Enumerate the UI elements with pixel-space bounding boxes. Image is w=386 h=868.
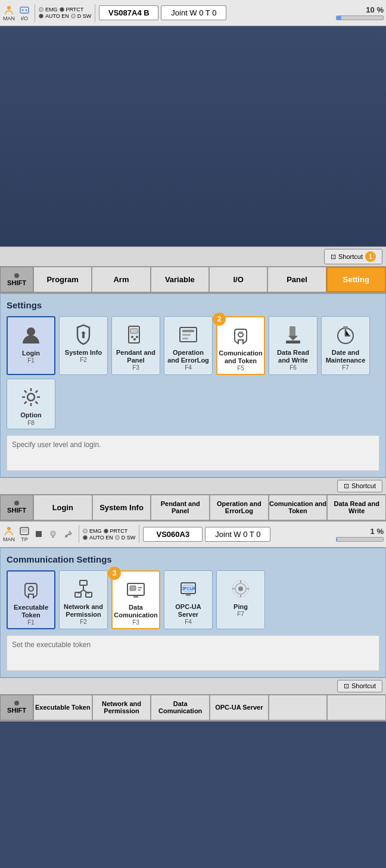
autoen-dot-3: [83, 535, 88, 540]
shift-button-2[interactable]: SHIFT: [0, 495, 33, 520]
shift-button-1[interactable]: SHIFT: [0, 267, 33, 292]
divider: [35, 4, 35, 22]
shortcut-bar-2: ⊡ Shortcut: [0, 477, 386, 494]
percent-display-3: 1 %: [336, 527, 384, 542]
svg-rect-16: [290, 326, 295, 337]
dsw-dot: [71, 14, 76, 18]
option-icon: [18, 384, 44, 410]
nav3-datacomm[interactable]: Data Comunication: [151, 695, 210, 720]
comm-item-opcua[interactable]: OPCUA OPC-UA Server F4: [164, 570, 213, 629]
divider2: [95, 4, 95, 22]
wrench-icon-3: [62, 529, 75, 539]
svg-rect-19: [343, 326, 348, 329]
svg-rect-13: [182, 338, 188, 339]
shortcut-icon: ⊡: [331, 253, 336, 261]
settings-item-dataread[interactable]: Data Read and Write F6: [269, 316, 317, 375]
step-badge-3: 3: [108, 567, 121, 580]
nav-bar-3: SHIFT Executable Token Network and Permi…: [0, 694, 386, 722]
shift-button-3[interactable]: SHIFT: [0, 695, 33, 720]
percent-bar: [336, 15, 384, 20]
dataread-icon: [280, 321, 306, 348]
pendant-icon: [123, 321, 149, 348]
robot-id-button-3[interactable]: VS060A3: [143, 527, 203, 542]
settings-panel: Settings Login F1 System Info F2 Pendant…: [0, 294, 386, 477]
settings-item-option[interactable]: Option F8: [7, 379, 55, 429]
nav3-network[interactable]: Network and Permission: [92, 695, 151, 720]
svg-point-2: [22, 9, 24, 11]
svg-point-21: [7, 527, 11, 530]
shortcut-button-2[interactable]: ⊡ Shortcut: [337, 480, 382, 492]
shortcut-button-1[interactable]: ⊡ Shortcut 1: [324, 249, 382, 264]
nav3-opcua[interactable]: OPC-UA Server: [210, 695, 269, 720]
ping-icon: [228, 576, 254, 602]
settings-item-login[interactable]: Login F1: [7, 316, 55, 375]
svg-point-7: [131, 336, 133, 338]
comm-panel-title: Communication Settings: [7, 554, 379, 564]
shortcut-button-3[interactable]: ⊡ Shortcut: [337, 680, 382, 692]
stop-icon-3: [33, 529, 44, 539]
nav3-empty2[interactable]: [327, 695, 386, 720]
nav2-pendant[interactable]: Pendant and Panel: [151, 495, 210, 520]
settings-grid: Login F1 System Info F2 Pendant and Pane…: [7, 316, 379, 429]
nav2-login[interactable]: Login: [33, 495, 92, 520]
nav2-comtoken[interactable]: Comunication and Token: [269, 495, 328, 520]
comm-item-datacomm[interactable]: 3 Data Comunication F3: [111, 570, 160, 629]
svg-rect-35: [130, 586, 136, 591]
settings-description: Specify user level and login.: [7, 435, 379, 471]
comm-description: Set the executable token: [7, 635, 379, 671]
comm-item-token[interactable]: Executable Token F1: [7, 570, 55, 629]
settings-title: Settings: [7, 300, 379, 310]
joint-mode-button[interactable]: Joint W 0 T 0: [161, 5, 226, 20]
svg-rect-15: [239, 332, 242, 334]
nav-setting[interactable]: Setting: [326, 267, 386, 292]
svg-point-20: [27, 394, 35, 401]
nav-io[interactable]: I/O: [209, 267, 267, 292]
svg-point-45: [238, 586, 243, 591]
svg-point-27: [29, 586, 33, 591]
shortcut-bar-3: ⊡ Shortcut: [0, 677, 386, 694]
settings-item-pendant[interactable]: Pendant and Panel F3: [111, 316, 160, 375]
settings-item-comtoken[interactable]: 2 Comunication and Token F5: [216, 316, 265, 375]
main-canvas: [0, 26, 386, 246]
settings-item-operation[interactable]: Operation and ErrorLog F4: [164, 316, 213, 375]
prtct-dot: [60, 7, 64, 12]
nav2-dataread[interactable]: Data Read and Write: [327, 495, 386, 520]
svg-rect-6: [130, 329, 138, 333]
status-bar-3: MAN TP EMG PRTCT AUTO EN D SW VS060A3 Jo…: [0, 522, 386, 548]
token-icon: [18, 576, 44, 602]
comm-item-ping[interactable]: Ping F7: [216, 570, 265, 629]
percent-display: 10 %: [336, 5, 384, 20]
date-icon: [332, 321, 359, 348]
emg-dot-3: [83, 529, 88, 533]
nav3-exectoken[interactable]: Executable Token: [33, 695, 92, 720]
settings-item-sysinfo[interactable]: System Info F2: [59, 316, 108, 375]
sysinfo-icon: [70, 321, 96, 348]
svg-rect-11: [182, 330, 194, 332]
nav2-sysinfo[interactable]: System Info: [92, 495, 151, 520]
joint-mode-button-3[interactable]: Joint W 0 T 0: [205, 527, 270, 542]
nav-program[interactable]: Program: [33, 267, 92, 292]
tp-icon-3: TP: [18, 526, 31, 542]
svg-point-3: [26, 9, 27, 11]
comtoken-icon: [228, 322, 254, 348]
nav-arm[interactable]: Arm: [92, 267, 150, 292]
nav2-operation[interactable]: Operation and ErrorLog: [210, 495, 269, 520]
shift-dot-2: [14, 501, 19, 505]
settings-item-date[interactable]: Date and Maintenance F7: [321, 316, 370, 375]
svg-rect-23: [21, 529, 27, 532]
svg-rect-28: [80, 580, 87, 585]
nav-panel[interactable]: Panel: [267, 267, 326, 292]
svg-point-9: [133, 338, 136, 341]
svg-point-0: [7, 6, 11, 10]
svg-rect-24: [36, 531, 42, 537]
dsw-dot-3: [115, 535, 120, 540]
datacomm-icon: [123, 576, 149, 602]
comm-item-network[interactable]: Network and Permission F2: [59, 570, 108, 629]
step-badge-1: 1: [365, 251, 376, 262]
svg-text:OPCUA: OPCUA: [180, 586, 195, 591]
robot-id-button[interactable]: VS087A4 B: [99, 5, 158, 20]
nav3-empty1[interactable]: [269, 695, 328, 720]
svg-rect-1: [20, 7, 29, 13]
nav-variable[interactable]: Variable: [151, 267, 209, 292]
svg-rect-17: [286, 341, 300, 344]
